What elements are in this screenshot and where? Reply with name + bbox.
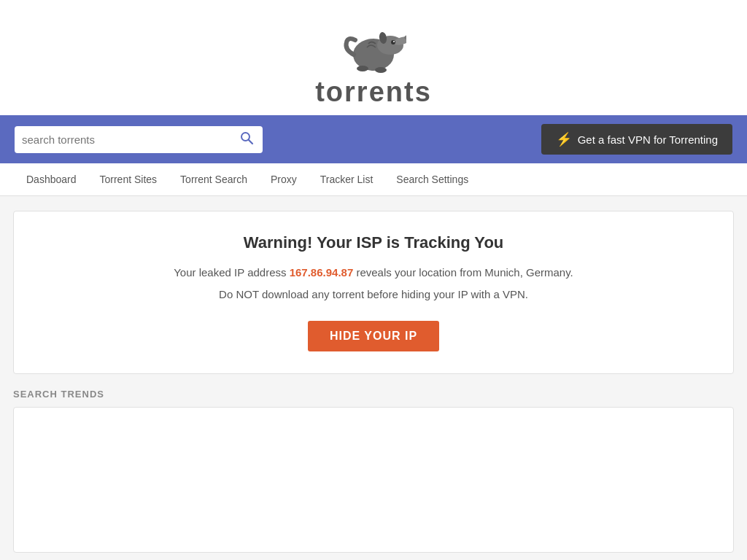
warning-box: Warning! Your ISP is Tracking You Your l…: [13, 211, 734, 374]
svg-line-10: [249, 140, 252, 144]
logo-icon: [341, 15, 406, 80]
search-input[interactable]: [22, 133, 238, 146]
vpn-button-label: Get a fast VPN for Torrenting: [578, 133, 718, 146]
header: torrents: [0, 0, 747, 115]
svg-point-5: [391, 40, 395, 44]
logo-container: torrents: [315, 15, 432, 108]
search-bar-area: ⚡ Get a fast VPN for Torrenting: [0, 115, 747, 163]
search-trends-section: SEARCH TRENDS: [13, 389, 734, 553]
svg-point-6: [393, 41, 395, 42]
nav-item-torrent-sites[interactable]: Torrent Sites: [88, 163, 169, 195]
search-input-wrapper: [15, 126, 263, 153]
svg-point-7: [357, 66, 368, 71]
nav-item-torrent-search[interactable]: Torrent Search: [169, 163, 259, 195]
nav-item-search-settings[interactable]: Search Settings: [384, 163, 480, 195]
warning-line2: Do NOT download any torrent before hidin…: [28, 286, 719, 303]
warning-line1-suffix: reveals your location from Munich, Germa…: [353, 266, 573, 279]
nav-bar: Dashboard Torrent Sites Torrent Search P…: [0, 163, 747, 196]
warning-line1: Your leaked IP address 167.86.94.87 reve…: [28, 264, 719, 281]
search-trends-label: SEARCH TRENDS: [13, 389, 734, 400]
svg-point-8: [375, 67, 387, 73]
hide-ip-button[interactable]: HIDE YOUR IP: [308, 321, 439, 351]
warning-title: Warning! Your ISP is Tracking You: [28, 233, 719, 252]
logo-title: torrents: [315, 77, 432, 108]
vpn-button[interactable]: ⚡ Get a fast VPN for Torrenting: [541, 124, 732, 155]
nav-item-proxy[interactable]: Proxy: [259, 163, 309, 195]
search-button[interactable]: [238, 131, 255, 149]
ip-address: 167.86.94.87: [290, 266, 354, 279]
search-trends-box: [13, 407, 734, 553]
warning-line1-prefix: Your leaked IP address: [174, 266, 289, 279]
nav-item-tracker-list[interactable]: Tracker List: [309, 163, 385, 195]
lightning-icon: ⚡: [556, 131, 572, 147]
search-icon: [239, 131, 254, 145]
nav-item-dashboard[interactable]: Dashboard: [15, 163, 88, 195]
